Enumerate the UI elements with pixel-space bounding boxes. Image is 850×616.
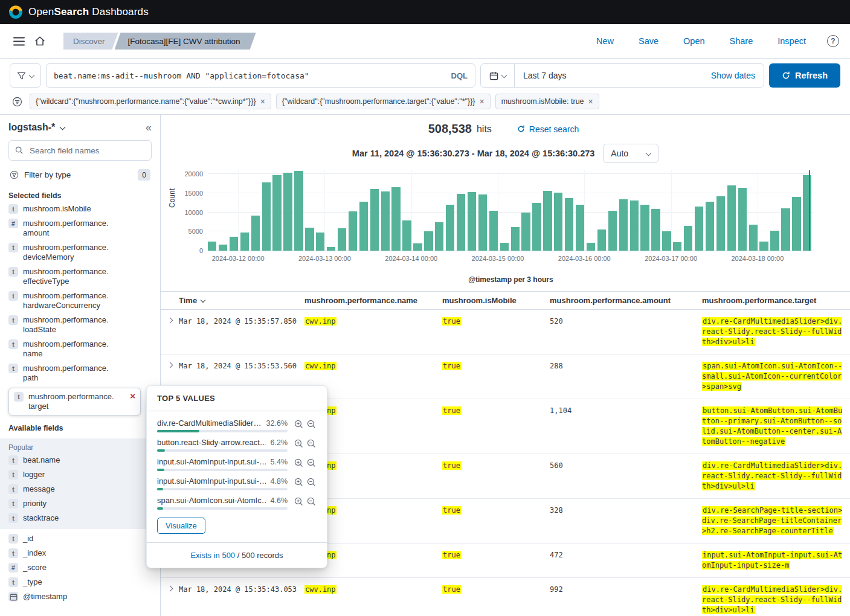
histogram-bar[interactable] <box>792 197 800 251</box>
histogram-bar[interactable] <box>219 245 227 251</box>
histogram-bar[interactable] <box>651 209 660 251</box>
histogram-bar[interactable] <box>338 228 346 251</box>
saved-query-menu-button[interactable] <box>10 63 41 88</box>
field-item[interactable]: #mushroom.​performance.​amount <box>8 216 152 240</box>
magnify-plus-icon[interactable] <box>293 496 304 507</box>
histogram-bar[interactable] <box>695 207 703 251</box>
refresh-button[interactable]: Refresh <box>769 63 840 88</box>
field-item[interactable]: t_index <box>8 546 152 560</box>
field-item[interactable]: tbeat.​name <box>8 453 152 467</box>
field-item[interactable]: tmushroom.​performance.​loadState <box>8 313 152 337</box>
histogram-bar[interactable] <box>576 205 584 251</box>
histogram-bar[interactable] <box>349 211 357 251</box>
histogram-bar[interactable] <box>803 175 811 251</box>
histogram-bar[interactable] <box>662 231 671 251</box>
histogram-bar[interactable] <box>359 202 368 251</box>
magnify-minus-icon[interactable] <box>306 477 317 488</box>
time-range-value[interactable]: Last 7 days <box>515 71 707 80</box>
histogram-bar[interactable] <box>587 243 595 251</box>
histogram-bar[interactable] <box>597 229 606 251</box>
histogram-bar[interactable] <box>532 203 541 251</box>
collapse-sidebar-icon[interactable]: « <box>142 121 155 135</box>
filter-pill[interactable]: mushroom.isMobile: true× <box>495 94 599 109</box>
histogram-bar[interactable] <box>230 237 238 251</box>
histogram-bar[interactable] <box>640 205 649 251</box>
magnify-minus-icon[interactable] <box>306 496 317 507</box>
visualize-button[interactable]: Visualize <box>157 518 205 534</box>
histogram-bar[interactable] <box>316 233 324 251</box>
histogram-bar[interactable] <box>673 242 681 251</box>
histogram-bar[interactable] <box>630 201 639 251</box>
magnify-plus-icon[interactable] <box>293 458 304 469</box>
histogram-bar[interactable] <box>251 216 260 251</box>
histogram-bar[interactable] <box>781 208 790 251</box>
field-item[interactable]: tstacktrace <box>8 511 152 525</box>
column-header-ismobile[interactable]: mushroom.isMobile <box>442 296 550 305</box>
histogram-bar[interactable] <box>759 242 768 251</box>
nav-action-share[interactable]: Share <box>726 36 757 47</box>
expand-row-icon[interactable] <box>161 585 179 592</box>
column-header-target[interactable]: mushroom.performance.target <box>702 296 850 305</box>
nav-action-open[interactable]: Open <box>680 36 708 47</box>
field-item[interactable]: t_id <box>8 531 152 546</box>
field-item[interactable]: tlogger <box>8 467 152 482</box>
remove-field-button[interactable]: × <box>130 392 135 400</box>
nav-action-save[interactable]: Save <box>635 36 662 47</box>
histogram-bar[interactable] <box>727 185 736 251</box>
magnify-plus-icon[interactable] <box>293 438 304 449</box>
reset-search-button[interactable]: Reset search <box>514 124 582 135</box>
help-icon[interactable]: ? <box>827 35 839 47</box>
histogram-bar[interactable] <box>749 225 758 251</box>
histogram-bar[interactable] <box>554 193 562 251</box>
nav-action-new[interactable]: New <box>593 36 617 47</box>
histogram-bar[interactable] <box>402 220 411 251</box>
field-item[interactable]: tmushroom.​performance.​target× <box>8 388 141 415</box>
menu-icon[interactable] <box>11 34 27 48</box>
remove-filter-icon[interactable]: × <box>480 97 485 106</box>
histogram-bar[interactable] <box>424 231 433 251</box>
show-dates-button[interactable]: Show dates <box>707 70 764 81</box>
histogram-bar[interactable] <box>565 198 573 251</box>
field-item[interactable]: tmushroom.​performance.​path <box>8 361 152 385</box>
histogram-bar[interactable] <box>262 182 271 251</box>
histogram-bar[interactable] <box>240 233 249 251</box>
histogram-bar[interactable] <box>327 247 335 251</box>
histogram-bar[interactable] <box>305 228 314 251</box>
histogram-bar[interactable] <box>543 191 552 251</box>
magnify-minus-icon[interactable] <box>306 419 317 430</box>
field-item[interactable]: tmushroom.​performance.​hardwareConcurre… <box>8 289 152 313</box>
field-item[interactable]: t_type <box>8 575 152 589</box>
dql-button[interactable]: DQL <box>445 71 468 80</box>
histogram-bar[interactable] <box>370 189 379 251</box>
calendar-icon[interactable] <box>481 64 515 87</box>
histogram-bar[interactable] <box>381 191 390 251</box>
interval-select[interactable]: Auto <box>603 144 658 163</box>
histogram-bar[interactable] <box>521 213 530 251</box>
home-icon[interactable] <box>32 33 48 49</box>
field-item[interactable]: #_score <box>8 560 152 575</box>
histogram-bar[interactable] <box>391 187 400 251</box>
query-input[interactable]: beat.name:ms-adit--mushroom AND "applica… <box>46 63 475 88</box>
histogram-bar[interactable] <box>446 205 454 251</box>
nav-action-inspect[interactable]: Inspect <box>774 36 810 47</box>
histogram-bar[interactable] <box>608 211 617 251</box>
histogram-bar[interactable] <box>457 194 465 251</box>
remove-filter-icon[interactable]: × <box>588 97 593 106</box>
histogram-bar[interactable] <box>413 243 422 251</box>
histogram-bar[interactable] <box>208 242 216 251</box>
exists-in-link[interactable]: Exists in 500 <box>190 551 235 560</box>
index-pattern-selector[interactable]: logstash-* <box>8 122 152 133</box>
field-item[interactable]: tmessage <box>8 482 152 496</box>
field-item[interactable]: tmushroom.​performance.​deviceMemory <box>8 240 152 265</box>
histogram-bar[interactable] <box>500 243 509 251</box>
magnify-minus-icon[interactable] <box>306 438 317 449</box>
filter-by-type-button[interactable]: Filter by type 0 <box>8 167 152 183</box>
filter-options-icon[interactable] <box>10 94 25 109</box>
histogram-bar[interactable] <box>489 211 498 251</box>
field-search-input[interactable] <box>8 140 152 161</box>
filter-pill[interactable]: {"wildcard":{"mushroom.performance.name"… <box>30 94 271 109</box>
histogram-bar[interactable] <box>468 192 476 251</box>
breadcrumb-discover[interactable]: Discover <box>63 33 118 50</box>
expand-row-icon[interactable] <box>161 362 179 368</box>
field-item[interactable]: @timestamp <box>8 589 152 604</box>
